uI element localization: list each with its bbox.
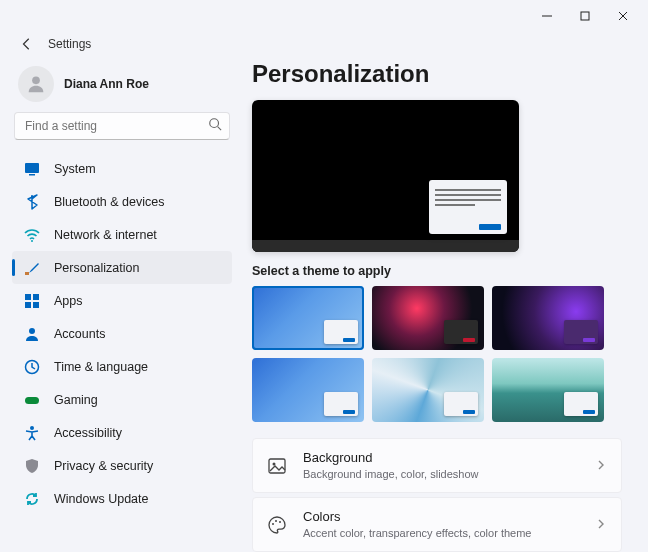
clock-icon xyxy=(24,359,40,375)
sidebar-item-system[interactable]: System xyxy=(12,152,232,185)
search-box[interactable] xyxy=(14,112,230,140)
apps-icon xyxy=(24,293,40,309)
minimize-button[interactable] xyxy=(528,2,566,30)
update-icon xyxy=(24,491,40,507)
theme-grid xyxy=(252,286,622,422)
svg-point-9 xyxy=(31,240,33,242)
theme-option-6[interactable] xyxy=(492,358,604,422)
svg-rect-17 xyxy=(25,397,39,404)
sidebar-item-label: Network & internet xyxy=(54,228,157,242)
theme-option-1[interactable] xyxy=(252,286,364,350)
svg-rect-7 xyxy=(25,163,39,173)
sidebar-item-label: Privacy & security xyxy=(54,459,153,473)
sidebar-item-bluetooth[interactable]: Bluetooth & devices xyxy=(12,185,232,218)
page-title: Personalization xyxy=(252,60,622,88)
option-subtitle: Background image, color, slideshow xyxy=(303,467,595,481)
sidebar-item-network[interactable]: Network & internet xyxy=(12,218,232,251)
sidebar-item-personalization[interactable]: Personalization xyxy=(12,251,232,284)
themes-label: Select a theme to apply xyxy=(252,264,622,278)
chevron-right-icon xyxy=(595,457,607,475)
sidebar: Diana Ann Roe System Bluetooth & devices xyxy=(12,60,232,552)
titlebar xyxy=(0,0,648,32)
sidebar-item-label: Accessibility xyxy=(54,426,122,440)
svg-rect-10 xyxy=(25,272,29,275)
sidebar-item-gaming[interactable]: Gaming xyxy=(12,383,232,416)
theme-option-5[interactable] xyxy=(372,358,484,422)
gaming-icon xyxy=(24,392,40,408)
bluetooth-icon xyxy=(24,194,40,210)
option-list: Background Background image, color, slid… xyxy=(252,438,622,552)
system-icon xyxy=(24,161,40,177)
theme-option-2[interactable] xyxy=(372,286,484,350)
svg-point-18 xyxy=(30,426,34,430)
sidebar-item-label: Accounts xyxy=(54,327,105,341)
wifi-icon xyxy=(24,227,40,243)
svg-line-6 xyxy=(218,127,222,131)
svg-point-20 xyxy=(273,462,276,465)
svg-point-5 xyxy=(210,119,219,128)
option-background[interactable]: Background Background image, color, slid… xyxy=(252,438,622,493)
sidebar-item-accessibility[interactable]: Accessibility xyxy=(12,416,232,449)
sidebar-item-label: Bluetooth & devices xyxy=(54,195,165,209)
svg-rect-19 xyxy=(269,459,285,473)
profile-name: Diana Ann Roe xyxy=(64,77,149,91)
palette-icon xyxy=(267,515,287,535)
chevron-right-icon xyxy=(595,516,607,534)
search-icon xyxy=(208,117,222,135)
sidebar-item-apps[interactable]: Apps xyxy=(12,284,232,317)
sidebar-item-label: Apps xyxy=(54,294,83,308)
theme-option-3[interactable] xyxy=(492,286,604,350)
profile[interactable]: Diana Ann Roe xyxy=(12,60,232,112)
option-colors[interactable]: Colors Accent color, transparency effect… xyxy=(252,497,622,552)
svg-point-22 xyxy=(275,520,277,522)
maximize-button[interactable] xyxy=(566,2,604,30)
sidebar-item-label: Time & language xyxy=(54,360,148,374)
sidebar-item-privacy[interactable]: Privacy & security xyxy=(12,449,232,482)
svg-rect-8 xyxy=(29,174,35,176)
theme-option-4[interactable] xyxy=(252,358,364,422)
sidebar-item-time-language[interactable]: Time & language xyxy=(12,350,232,383)
sidebar-item-windows-update[interactable]: Windows Update xyxy=(12,482,232,515)
accessibility-icon xyxy=(24,425,40,441)
svg-rect-12 xyxy=(33,294,39,300)
sidebar-item-label: Personalization xyxy=(54,261,139,275)
desktop-preview xyxy=(252,100,519,252)
svg-rect-14 xyxy=(33,302,39,308)
nav: System Bluetooth & devices Network & int… xyxy=(12,150,232,515)
picture-icon xyxy=(267,456,287,476)
svg-point-21 xyxy=(272,523,274,525)
search-input[interactable] xyxy=(14,112,230,140)
window-title: Settings xyxy=(48,37,91,51)
sidebar-item-accounts[interactable]: Accounts xyxy=(12,317,232,350)
paintbrush-icon xyxy=(24,260,40,276)
svg-rect-13 xyxy=(25,302,31,308)
svg-rect-1 xyxy=(581,12,589,20)
svg-point-4 xyxy=(32,76,40,84)
header: Settings xyxy=(0,32,648,56)
option-subtitle: Accent color, transparency effects, colo… xyxy=(303,526,595,540)
svg-rect-11 xyxy=(25,294,31,300)
accounts-icon xyxy=(24,326,40,342)
sidebar-item-label: System xyxy=(54,162,96,176)
option-title: Background xyxy=(303,450,595,467)
option-title: Colors xyxy=(303,509,595,526)
sidebar-item-label: Gaming xyxy=(54,393,98,407)
back-button[interactable] xyxy=(16,33,38,55)
svg-point-23 xyxy=(279,521,281,523)
svg-point-15 xyxy=(29,328,35,334)
avatar xyxy=(18,66,54,102)
main-content: Personalization Select a theme to apply … xyxy=(232,60,636,552)
sidebar-item-label: Windows Update xyxy=(54,492,149,506)
shield-icon xyxy=(24,458,40,474)
close-button[interactable] xyxy=(604,2,642,30)
